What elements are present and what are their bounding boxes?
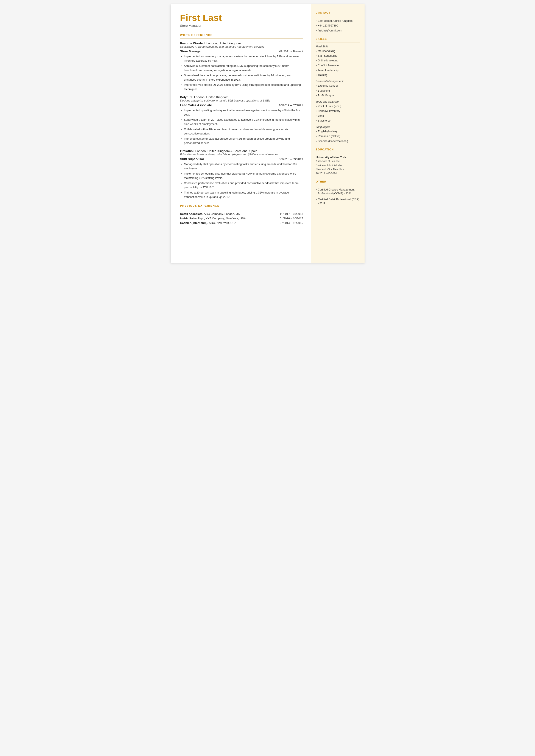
main-column: First Last Store Manager WORK EXPERIENCE… xyxy=(171,4,311,263)
work-experience-heading: WORK EXPERIENCE xyxy=(180,33,303,37)
contact-divider xyxy=(316,16,360,16)
hard-skill-6: Training xyxy=(316,73,360,78)
prev-exp-1-date: 11/2017 – 05/2018 xyxy=(280,212,303,215)
prev-exp-3: Cashier (Internship), ABC, New York, USA… xyxy=(180,221,303,225)
prev-exp-1-bold: Retail Associate, xyxy=(180,212,203,215)
hard-skill-1: Merchandising xyxy=(316,49,360,54)
company-2-rest: London, United Kingdom xyxy=(193,96,229,99)
financial-label: Financial Management: xyxy=(316,80,360,83)
bullet: Improved RW's store's Q1 2021 sales by 8… xyxy=(184,83,303,91)
job-3-role-row: Shift Supervisor 06/2018 – 09/2019 xyxy=(180,157,303,161)
hard-skill-3: Online Marketing xyxy=(316,58,360,63)
company-1-desc: Specializes in cloud computing and datab… xyxy=(180,45,303,48)
financial-skill-1: Expense Control xyxy=(316,84,360,88)
contact-phone: +44 1234567890 xyxy=(316,23,360,28)
company-3-bold: Growthsi, xyxy=(180,149,195,153)
prev-exp-1-label: Retail Associate, ABC Company, London, U… xyxy=(180,212,240,215)
contact-email: first.last@gmail.com xyxy=(316,28,360,33)
skills-divider xyxy=(316,42,360,42)
contact-heading: CONTACT xyxy=(316,11,360,14)
skills-heading: SKILLS xyxy=(316,38,360,41)
job-1-role: Store Manager xyxy=(180,49,202,53)
prev-exp-2-date: 01/2016 – 10/2017 xyxy=(280,217,303,220)
job-2-role: Lead Sales Associate xyxy=(180,103,212,107)
job-2-bullets: Implemented upselling techniques that in… xyxy=(184,108,303,145)
sidebar: CONTACT East Dorset, United Kingdom +44 … xyxy=(311,4,365,263)
job-2-dates: 10/2019 – 07/2021 xyxy=(279,104,303,107)
tool-1: Point of Sale (POS) xyxy=(316,104,360,109)
edu-field: Business Administration xyxy=(316,163,360,167)
prev-exp-2: Inside Sales Rep., XYZ Company, New York… xyxy=(180,217,303,220)
company-1-name: Resume Worded, London, United Kingdom xyxy=(180,42,303,45)
hard-skills-label: Hard Skills: xyxy=(316,45,360,48)
tool-3: Vend xyxy=(316,114,360,119)
full-name: First Last xyxy=(180,13,303,23)
resume-page: First Last Store Manager WORK EXPERIENCE… xyxy=(171,4,365,263)
edu-degree: Associate of Science xyxy=(316,159,360,163)
financial-skill-2: Budgeting xyxy=(316,89,360,93)
bullet: Supervised a team of 20+ sales associate… xyxy=(184,118,303,126)
job-title: Store Manager xyxy=(180,24,303,27)
job-1-dates: 08/2021 – Present xyxy=(279,50,303,53)
job-3: Growthsi, London, United Kingdom & Barce… xyxy=(180,149,303,199)
bullet: Improved customer satisfaction scores by… xyxy=(184,137,303,145)
bullet: Collaborated with a 10-person team to re… xyxy=(184,127,303,136)
tools-label: Tools and Software: xyxy=(316,100,360,103)
company-3-desc: Education technology startup with 50+ em… xyxy=(180,153,303,156)
language-1: English (Native) xyxy=(316,129,360,134)
job-3-role: Shift Supervisor xyxy=(180,157,204,161)
prev-exp-2-bold: Inside Sales Rep., xyxy=(180,217,205,220)
company-1-rest: London, United Kingdom xyxy=(206,42,241,45)
job-1: Resume Worded, London, United Kingdom Sp… xyxy=(180,42,303,91)
company-2-desc: Designs enterprise software to handle B2… xyxy=(180,99,303,102)
bullet: Trained a 20-person team in upselling te… xyxy=(184,190,303,199)
company-2-bold: Polyhire, xyxy=(180,96,193,99)
prev-exp-1: Retail Associate, ABC Company, London, U… xyxy=(180,212,303,215)
header: First Last Store Manager xyxy=(180,13,303,27)
bullet: Conducted performance evaluations and pr… xyxy=(184,181,303,189)
bullet: Implemented upselling techniques that in… xyxy=(184,108,303,117)
prev-exp-2-label: Inside Sales Rep., XYZ Company, New York… xyxy=(180,217,246,220)
language-2: Romanian (Native) xyxy=(316,134,360,139)
other-heading: OTHER xyxy=(316,180,360,183)
bullet: Implemented an inventory management syst… xyxy=(184,54,303,63)
languages-label: Languages: xyxy=(316,126,360,128)
other-2: Certified Retail Professional (CRP) - 20… xyxy=(316,197,360,206)
other-divider xyxy=(316,185,360,185)
prev-exp-3-date: 07/2014 – 12/2015 xyxy=(280,221,303,225)
bullet: Achieved a customer satisfaction rating … xyxy=(184,64,303,72)
company-2-name: Polyhire, London, United Kingdom xyxy=(180,96,303,99)
job-2-role-row: Lead Sales Associate 10/2019 – 07/2021 xyxy=(180,103,303,107)
company-1-bold: Resume Worded, xyxy=(180,42,206,45)
prev-exp-3-bold: Cashier (Internship), xyxy=(180,221,208,225)
prev-exp-2-rest: XYZ Company, New York, USA xyxy=(205,217,246,220)
company-3-name: Growthsi, London, United Kingdom & Barce… xyxy=(180,149,303,153)
prev-exp-3-rest: ABC, New York, USA xyxy=(208,221,237,225)
job-3-dates: 06/2018 – 09/2019 xyxy=(279,157,303,161)
bullet: Managed daily shift operations by coordi… xyxy=(184,162,303,170)
prev-exp-3-label: Cashier (Internship), ABC, New York, USA xyxy=(180,221,237,225)
prev-exp-1-rest: ABC Company, London, UK xyxy=(203,212,240,215)
contact-location: East Dorset, United Kingdom xyxy=(316,19,360,23)
job-2: Polyhire, London, United Kingdom Designs… xyxy=(180,96,303,145)
language-3: Spanish (Conversational) xyxy=(316,139,360,144)
financial-skill-3: Profit Margins xyxy=(316,93,360,98)
edu-school: University of New York xyxy=(316,155,360,159)
edu-dates: 10/2011 - 06/2014 xyxy=(316,172,360,176)
edu-location: New York City, New York xyxy=(316,167,360,172)
tool-4: Salesforce xyxy=(316,119,360,123)
bullet: Streamlined the checkout process, decrea… xyxy=(184,73,303,82)
hard-skill-2: Staff Scheduling xyxy=(316,54,360,58)
hard-skill-4: Conflict Resolution xyxy=(316,63,360,68)
prev-experience-heading: PREVIOUS EXPERIENCE xyxy=(180,204,303,207)
job-3-bullets: Managed daily shift operations by coordi… xyxy=(184,162,303,199)
company-3-rest: London, United Kingdom & Barcelona, Spai… xyxy=(194,149,257,153)
hard-skill-5: Team Leadership xyxy=(316,68,360,73)
job-1-bullets: Implemented an inventory management syst… xyxy=(184,54,303,91)
tool-2: Fishbowl Inventory xyxy=(316,109,360,114)
work-divider xyxy=(180,38,303,39)
education-heading: EDUCATION xyxy=(316,148,360,151)
bullet: Implemented scheduling changes that slas… xyxy=(184,172,303,180)
other-1: Certified Change Management Professional… xyxy=(316,188,360,196)
job-1-role-row: Store Manager 08/2021 – Present xyxy=(180,49,303,53)
